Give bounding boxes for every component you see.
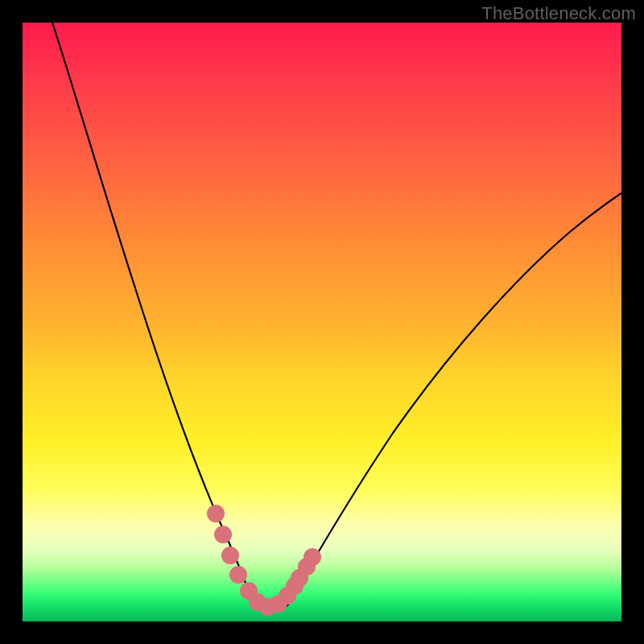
marker-dot [214,526,232,543]
chart-frame: TheBottleneck.com [0,0,644,644]
marker-dot [229,566,247,584]
watermark-text: TheBottleneck.com [481,3,636,24]
marker-group [207,505,321,616]
plot-area [23,23,621,621]
curve-right-branch [293,193,621,596]
marker-dot [303,548,321,566]
marker-dot [207,505,225,522]
marker-dot [221,547,239,564]
curve-layer [23,23,621,621]
